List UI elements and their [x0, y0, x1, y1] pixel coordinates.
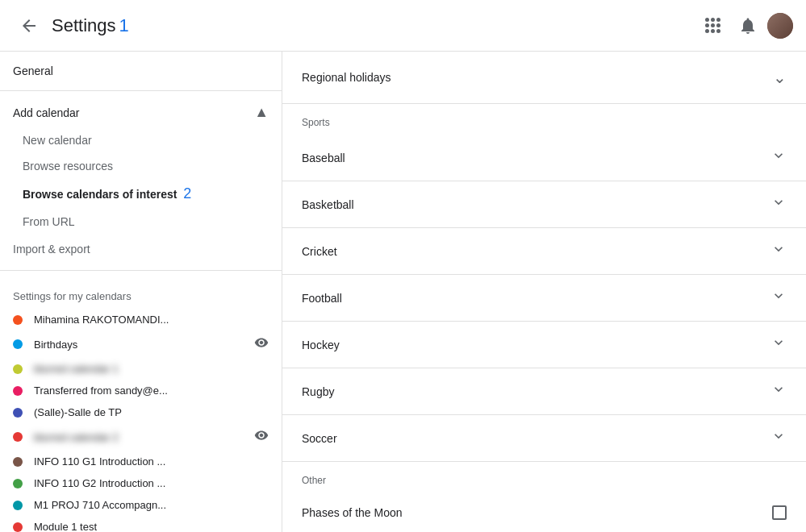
page-title: Settings	[52, 15, 116, 36]
regional-holidays-section: Regional holidays ⌄	[282, 52, 806, 104]
calendar-item[interactable]: Birthdays	[0, 330, 282, 358]
sport-chevron	[771, 288, 787, 308]
avatar[interactable]	[767, 13, 793, 39]
browse-number: 2	[183, 185, 191, 202]
calendar-name: Birthdays	[34, 339, 248, 351]
regional-holidays-header[interactable]: Regional holidays ⌄	[282, 52, 806, 103]
content-area: Regional holidays ⌄ Sports BaseballBaske…	[282, 52, 806, 532]
sport-chevron	[771, 335, 787, 355]
calendar-item[interactable]: blurred calendar 2	[0, 423, 282, 451]
sport-name: Rugby	[302, 385, 334, 398]
sport-name: Soccer	[302, 432, 337, 445]
sport-name: Basketball	[302, 198, 354, 211]
sport-item[interactable]: Hockey	[282, 322, 806, 368]
regional-holidays-title: Regional holidays	[302, 71, 391, 84]
divider-2	[0, 270, 282, 271]
sport-item[interactable]: Cricket	[282, 228, 806, 275]
title-number: 1	[119, 15, 129, 36]
sport-name: Hockey	[302, 339, 340, 351]
calendar-color-dot	[13, 479, 23, 488]
calendar-color-dot	[13, 408, 23, 418]
calendar-name: Mihamina RAKOTOMANDI...	[34, 314, 269, 326]
sport-name: Cricket	[302, 245, 337, 258]
other-label: Other	[282, 462, 806, 493]
eye-icon	[254, 335, 269, 353]
sidebar-item-browse-resources[interactable]: Browse resources	[0, 153, 282, 179]
add-calendar-chevron: ▲	[254, 104, 269, 121]
my-calendars-title: Settings for my calendars	[0, 277, 282, 309]
add-calendar-label: Add calendar	[13, 106, 80, 119]
calendar-item[interactable]: Mihamina RAKOTOMANDI...	[0, 309, 282, 330]
avatar-image	[767, 13, 793, 39]
sport-chevron	[771, 241, 787, 261]
notifications-button[interactable]	[732, 10, 764, 42]
calendar-color-dot	[13, 457, 23, 467]
other-section: Other Phases of the MoonWeek Numbers3	[282, 462, 806, 532]
add-calendar-group[interactable]: Add calendar ▲	[0, 98, 282, 127]
calendar-list: Mihamina RAKOTOMANDI...Birthdaysblurred …	[0, 309, 282, 532]
sport-name: Baseball	[302, 152, 345, 164]
calendar-color-dot	[13, 315, 23, 325]
general-section: General	[0, 52, 282, 84]
grid-icon	[702, 15, 724, 36]
calendar-color-dot	[13, 432, 23, 442]
sidebar: General Add calendar ▲ New calendar Brow…	[0, 52, 282, 532]
calendar-item[interactable]: INFO 110 G2 Introduction ...	[0, 472, 282, 494]
calendar-color-dot	[13, 339, 23, 349]
regional-holidays-chevron: ⌄	[773, 68, 787, 87]
sport-chevron	[771, 428, 787, 448]
calendar-item[interactable]: Module 1 test	[0, 516, 282, 532]
calendar-name: INFO 110 G1 Introduction ...	[34, 455, 269, 468]
back-button[interactable]	[13, 10, 45, 42]
sidebar-item-from-url[interactable]: From URL	[0, 209, 282, 235]
sport-item[interactable]: Football	[282, 275, 806, 322]
sport-item[interactable]: Soccer	[282, 415, 806, 461]
calendar-item[interactable]: blurred calendar 1	[0, 358, 282, 380]
other-item-name: Phases of the Moon	[302, 506, 403, 519]
apps-button[interactable]	[696, 10, 729, 42]
sidebar-item-browse-calendars[interactable]: Browse calendars of interest 2	[0, 179, 282, 209]
calendar-name: INFO 110 G2 Introduction ...	[34, 477, 269, 489]
calendar-item[interactable]: Transferred from sandy@e...	[0, 380, 282, 401]
calendar-color-dot	[13, 501, 23, 510]
calendar-color-dot	[13, 522, 23, 532]
sport-chevron	[771, 381, 787, 401]
calendar-item[interactable]: INFO 110 G1 Introduction ...	[0, 451, 282, 472]
calendar-color-dot	[13, 386, 23, 396]
calendar-item[interactable]: M1 PROJ 710 Accompagn...	[0, 494, 282, 516]
calendar-name: blurred calendar 2	[34, 431, 248, 443]
calendar-item[interactable]: (Salle)-Salle de TP	[0, 401, 282, 423]
sidebar-item-new-calendar[interactable]: New calendar	[0, 127, 282, 153]
add-calendar-items: New calendar Browse resources Browse cal…	[0, 127, 282, 235]
calendar-color-dot	[13, 364, 23, 374]
sport-chevron	[771, 194, 787, 214]
sports-section: Sports BaseballBasketballCricketFootball…	[282, 104, 806, 462]
sports-list: BaseballBasketballCricketFootballHockeyR…	[282, 135, 806, 461]
calendar-name: Module 1 test	[34, 521, 269, 532]
divider-1	[0, 90, 282, 91]
topbar: Settings 1	[0, 0, 806, 52]
sport-item[interactable]: Basketball	[282, 181, 806, 228]
calendar-name: blurred calendar 1	[34, 363, 269, 375]
eye-icon	[254, 428, 269, 446]
sport-item[interactable]: Baseball	[282, 135, 806, 181]
sport-chevron	[771, 148, 787, 168]
sidebar-item-import-export[interactable]: Import & export	[0, 235, 282, 264]
calendar-name: (Salle)-Salle de TP	[34, 406, 269, 418]
main-layout: General Add calendar ▲ New calendar Brow…	[0, 52, 806, 532]
calendar-name: M1 PROJ 710 Accompagn...	[34, 499, 269, 511]
other-list: Phases of the MoonWeek Numbers3	[282, 493, 806, 532]
sport-name: Football	[302, 292, 342, 305]
calendar-name: Transferred from sandy@e...	[34, 384, 269, 397]
checkbox-unchecked[interactable]	[772, 505, 787, 520]
other-item[interactable]: Phases of the Moon	[282, 493, 806, 532]
sport-item[interactable]: Rugby	[282, 368, 806, 415]
sports-label: Sports	[282, 104, 806, 135]
